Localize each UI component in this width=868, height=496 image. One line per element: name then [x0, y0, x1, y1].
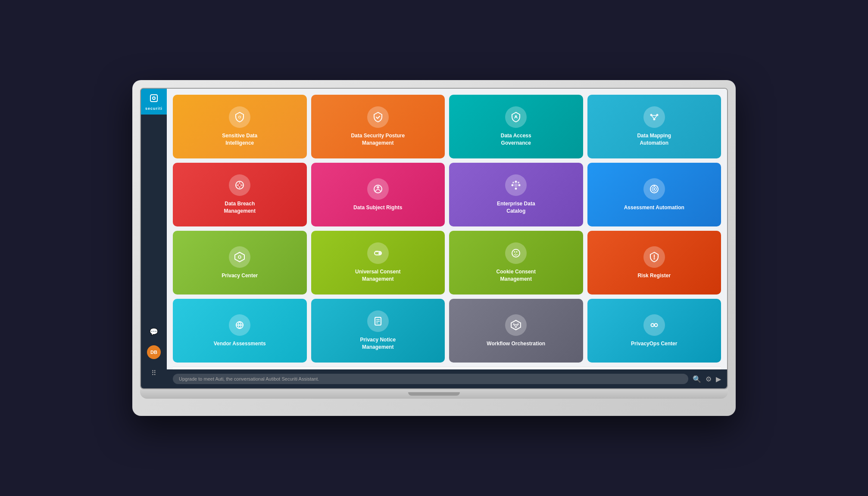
svg-point-30	[378, 252, 381, 254]
svg-point-52	[654, 323, 657, 326]
universal-consent-label: Universal ConsentManagement	[355, 268, 400, 283]
svg-point-18	[518, 184, 521, 186]
data-subject-rights-icon	[367, 178, 389, 200]
sidebar-bottom-icons: 💬 DB ⠿	[147, 325, 161, 388]
enterprise-data-icon	[505, 174, 527, 196]
data-access-icon	[505, 106, 527, 128]
enterprise-data-label: Enterprise DataCatalog	[497, 200, 535, 215]
privacy-center-label: Privacy Center	[222, 272, 258, 279]
svg-point-34	[516, 251, 518, 253]
svg-line-49	[514, 325, 515, 326]
svg-point-37	[653, 258, 655, 259]
privacy-center-icon	[229, 246, 250, 268]
laptop-frame: securiti 💬 DB ⠿	[132, 80, 736, 416]
tile-data-access[interactable]: Data AccessGovernance	[449, 95, 583, 158]
svg-marker-44	[511, 320, 521, 330]
svg-point-4	[239, 117, 240, 118]
svg-point-32	[512, 249, 520, 257]
svg-point-25	[653, 188, 655, 190]
data-mapping-label: Data MappingAutomation	[637, 132, 671, 147]
data-mapping-icon	[643, 106, 665, 128]
assessment-auto-icon	[643, 178, 665, 200]
vendor-assessments-icon	[229, 314, 250, 336]
grid-icon[interactable]: ⠿	[147, 366, 161, 380]
svg-point-35	[515, 253, 516, 254]
workflow-orchestration-label: Workflow Orchestration	[487, 340, 545, 347]
app-logo[interactable]: securiti	[141, 89, 167, 115]
cookie-consent-label: Cookie ConsentManagement	[496, 268, 536, 283]
user-avatar[interactable]: DB	[147, 345, 161, 359]
svg-point-45	[513, 323, 515, 325]
status-bar: Upgrade to meet Auti, the conversational…	[167, 369, 727, 388]
privacyops-center-label: PrivacyOps Center	[631, 340, 677, 347]
svg-point-51	[651, 323, 654, 326]
tile-sensitive-data[interactable]: Sensitive DataIntelligence	[173, 95, 307, 158]
tile-privacy-notice[interactable]: Privacy NoticeManagement	[311, 299, 445, 363]
data-security-posture-label: Data Security PostureManagement	[351, 132, 405, 147]
tile-cookie-consent[interactable]: Cookie ConsentManagement	[449, 231, 583, 294]
tile-privacyops-center[interactable]: PrivacyOps Center	[587, 299, 721, 363]
svg-point-46	[517, 323, 519, 325]
main-content: Sensitive DataIntelligence Data Security…	[167, 89, 727, 388]
svg-point-33	[514, 251, 515, 253]
universal-consent-icon	[367, 242, 389, 264]
svg-point-13	[239, 184, 241, 186]
logo-icon	[149, 93, 159, 105]
svg-point-22	[512, 182, 514, 183]
tile-universal-consent[interactable]: Universal ConsentManagement	[311, 231, 445, 294]
svg-point-15	[377, 186, 379, 189]
assessment-auto-label: Assessment Automation	[624, 204, 684, 211]
svg-point-17	[515, 181, 517, 183]
svg-point-16	[514, 183, 518, 187]
data-breach-icon	[229, 174, 250, 196]
status-icons: 🔍 ⚙ ▶	[693, 375, 721, 383]
chat-message[interactable]: Upgrade to meet Auti, the conversational…	[173, 374, 688, 384]
tile-privacy-center[interactable]: Privacy Center	[173, 231, 307, 294]
tile-data-mapping[interactable]: Data MappingAutomation	[587, 95, 721, 158]
svg-rect-31	[375, 251, 378, 252]
privacy-notice-icon	[367, 310, 389, 332]
sensitive-data-label: Sensitive DataIntelligence	[222, 132, 257, 147]
filter-icon[interactable]: ⚙	[706, 375, 712, 383]
risk-register-icon	[643, 246, 665, 268]
svg-point-21	[518, 182, 519, 183]
tile-workflow-orchestration[interactable]: Workflow Orchestration	[449, 299, 583, 363]
data-breach-label: Data BreachManagement	[224, 200, 256, 215]
tile-grid-area: Sensitive DataIntelligence Data Security…	[167, 89, 727, 369]
svg-point-39	[239, 324, 240, 326]
tile-data-breach[interactable]: Data BreachManagement	[173, 163, 307, 226]
laptop-screen: securiti 💬 DB ⠿	[140, 88, 728, 389]
svg-point-2	[153, 97, 155, 99]
data-subject-rights-label: Data Subject Rights	[353, 204, 402, 211]
data-access-label: Data AccessGovernance	[501, 132, 531, 147]
tile-vendor-assessments[interactable]: Vendor Assessments	[173, 299, 307, 363]
data-security-posture-icon	[367, 106, 389, 128]
svg-point-47	[515, 326, 517, 328]
svg-point-28	[238, 256, 241, 258]
video-icon[interactable]: ▶	[716, 375, 721, 383]
main-tile-grid: Sensitive DataIntelligence Data Security…	[173, 95, 721, 363]
sidebar: securiti 💬 DB ⠿	[141, 89, 167, 388]
sensitive-data-icon	[229, 106, 250, 128]
search-icon[interactable]: 🔍	[693, 375, 701, 383]
svg-point-20	[515, 188, 517, 190]
laptop-bottom	[140, 389, 728, 399]
chat-icon[interactable]: 💬	[147, 325, 161, 338]
vendor-assessments-label: Vendor Assessments	[214, 340, 266, 347]
privacy-notice-label: Privacy NoticeManagement	[360, 336, 396, 351]
tile-risk-register[interactable]: Risk Register	[587, 231, 721, 294]
tile-data-subject-rights[interactable]: Data Subject Rights	[311, 163, 445, 226]
risk-register-label: Risk Register	[637, 272, 671, 279]
tile-assessment-auto[interactable]: Assessment Automation	[587, 163, 721, 226]
tile-enterprise-data[interactable]: Enterprise DataCatalog	[449, 163, 583, 226]
tile-data-security-posture[interactable]: Data Security PostureManagement	[311, 95, 445, 158]
laptop-notch	[408, 392, 460, 396]
cookie-consent-icon	[505, 242, 527, 264]
workflow-orchestration-icon	[505, 314, 527, 336]
svg-line-50	[516, 325, 518, 326]
app-name-label: securiti	[145, 106, 162, 111]
svg-line-11	[655, 116, 657, 118]
svg-line-10	[652, 116, 654, 118]
svg-marker-27	[235, 252, 244, 262]
svg-point-19	[512, 184, 514, 186]
